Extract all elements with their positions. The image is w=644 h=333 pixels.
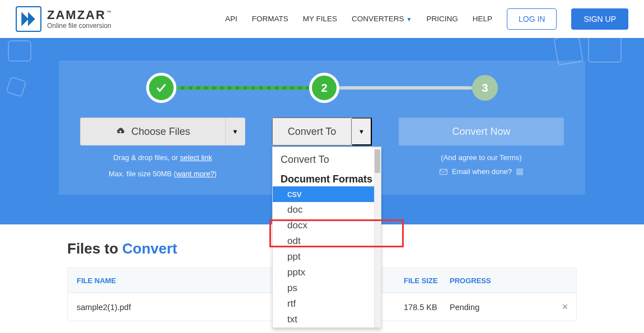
format-option-pptx[interactable]: pptx xyxy=(273,265,381,280)
select-link[interactable]: select link xyxy=(180,153,212,162)
nav-formats[interactable]: FORMATS xyxy=(252,15,288,23)
choose-hint: Drag & drop files, or select link xyxy=(80,153,245,162)
nav-myfiles[interactable]: MY FILES xyxy=(303,15,337,23)
upload-cloud-icon xyxy=(115,127,125,136)
email-checkbox[interactable] xyxy=(516,168,523,175)
logo-name: ZAMZAR xyxy=(47,8,106,22)
format-dropdown: Convert To Document Formats csv doc docx… xyxy=(272,147,381,328)
decoration xyxy=(8,40,31,62)
convert-to-button[interactable]: Convert To xyxy=(272,118,352,146)
decoration xyxy=(588,35,622,63)
logo-text: ZAMZAR™ Online file conversion xyxy=(47,9,113,29)
mail-icon xyxy=(440,168,447,175)
format-option-txt[interactable]: txt xyxy=(273,312,381,327)
nav-api[interactable]: API xyxy=(225,15,237,23)
col-filesize: FILE SIZE xyxy=(404,276,450,285)
format-option-ppt[interactable]: ppt xyxy=(273,249,381,265)
connector xyxy=(339,86,472,90)
dropdown-group-title: Document Formats xyxy=(273,173,381,186)
email-label: Email when done? xyxy=(452,167,512,176)
want-more-link[interactable]: want more? xyxy=(176,170,214,178)
choose-files-ctl: Choose Files ▼ Drag & drop files, or sel… xyxy=(80,118,245,178)
choose-files-button[interactable]: Choose Files xyxy=(80,118,225,146)
steps: 2 3 xyxy=(59,73,585,103)
chevron-down-icon: ▼ xyxy=(232,128,239,135)
logo-tagline: Online file conversion xyxy=(47,22,113,29)
col-progress: PROGRESS xyxy=(450,276,554,285)
remove-file-button[interactable]: × xyxy=(554,301,576,313)
logo[interactable]: ZAMZAR™ Online file conversion xyxy=(16,6,113,32)
terms-link[interactable]: Terms xyxy=(500,153,519,162)
file-progress: Pending xyxy=(450,303,554,312)
convert-now-button[interactable]: Convert Now xyxy=(399,118,564,146)
chevron-down-icon: ▼ xyxy=(407,16,412,22)
converter-panel: 2 3 Choose Files ▼ Drag & drop files, or… xyxy=(59,60,585,195)
format-option-csv[interactable]: csv xyxy=(273,186,381,202)
terms-hint: (And agree to our Terms) xyxy=(399,153,564,162)
dropdown-title: Convert To xyxy=(273,152,381,173)
file-size: 178.5 KB xyxy=(404,303,450,312)
nav-converters[interactable]: CONVERTERS▼ xyxy=(352,15,412,23)
signup-button[interactable]: SIGN UP xyxy=(571,8,628,30)
svg-marker-0 xyxy=(21,12,29,26)
connector xyxy=(176,86,309,90)
controls-row: Choose Files ▼ Drag & drop files, or sel… xyxy=(80,118,564,178)
step-1-complete xyxy=(146,73,176,103)
logo-icon xyxy=(16,6,41,32)
nav: API FORMATS MY FILES CONVERTERS▼ PRICING… xyxy=(225,8,628,30)
convert-to-ctl: Convert To ▼ Convert To Document Formats… xyxy=(272,118,372,178)
check-icon xyxy=(155,82,167,94)
format-option-docx[interactable]: docx xyxy=(273,218,381,233)
format-option-odt[interactable]: odt xyxy=(273,233,381,249)
format-option-rtf[interactable]: rtf xyxy=(273,296,381,312)
topbar: ZAMZAR™ Online file conversion API FORMA… xyxy=(0,0,644,38)
choose-max: Max. file size 50MB (want more?) xyxy=(80,170,245,178)
convert-to-dropdown-toggle[interactable]: ▼ xyxy=(352,118,372,146)
step-2-active: 2 xyxy=(309,73,339,103)
login-button[interactable]: LOG IN xyxy=(507,8,557,30)
format-option-doc[interactable]: doc xyxy=(273,202,381,218)
choose-files-dropdown[interactable]: ▼ xyxy=(225,118,245,146)
choose-files-label: Choose Files xyxy=(131,126,190,138)
email-when-done[interactable]: Email when done? xyxy=(399,167,564,176)
svg-marker-1 xyxy=(28,12,35,26)
hero: 2 3 Choose Files ▼ Drag & drop files, or… xyxy=(0,38,644,224)
nav-pricing[interactable]: PRICING xyxy=(426,15,458,23)
convert-now-ctl: Convert Now (And agree to our Terms) Ema… xyxy=(399,118,564,178)
nav-help[interactable]: HELP xyxy=(473,15,492,23)
chevron-down-icon: ▼ xyxy=(358,128,365,135)
decoration xyxy=(6,76,27,97)
step-3-pending: 3 xyxy=(472,75,498,101)
format-option-ps[interactable]: ps xyxy=(273,280,381,296)
scrollbar[interactable] xyxy=(374,147,381,327)
svg-rect-2 xyxy=(440,169,447,174)
